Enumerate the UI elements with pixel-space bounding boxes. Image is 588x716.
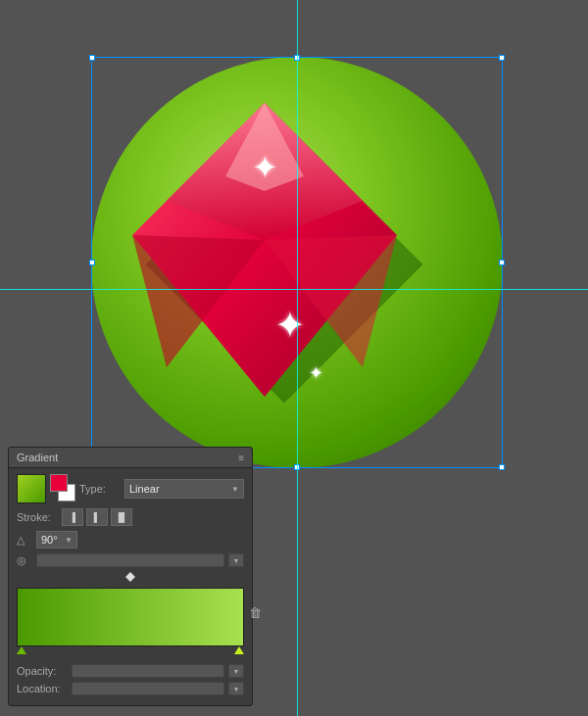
vertical-guide	[297, 0, 298, 716]
gradient-track[interactable]	[17, 588, 244, 646]
opacity-slider[interactable]	[72, 664, 224, 678]
opacity-dropdown[interactable]: ▼	[228, 664, 244, 678]
handle-ml[interactable]	[89, 260, 95, 265]
circle-row: ◎ ▼	[17, 553, 244, 567]
angle-dropdown-arrow: ▼	[65, 536, 73, 545]
stop-left[interactable]	[17, 646, 26, 654]
circle-icon: ◎	[17, 554, 32, 567]
gradient-bar-container: 🗑	[17, 588, 244, 658]
angle-row: △ 90° ▼	[17, 531, 244, 549]
stroke-icons: ▐ ▌ █	[62, 508, 132, 526]
type-row: Type: Linear ▼	[17, 474, 244, 503]
stroke-swatches	[50, 474, 75, 501]
location-slider[interactable]	[72, 682, 224, 695]
midpoint-dropdown[interactable]: ▼	[228, 553, 244, 567]
gradient-bar-wrapper: 🗑	[17, 588, 244, 646]
panel-titlebar: Gradient ≡	[9, 448, 252, 468]
fg-swatch[interactable]	[50, 474, 68, 492]
opacity-label: Opacity:	[17, 665, 68, 677]
handle-tr[interactable]	[499, 55, 505, 61]
handle-br[interactable]	[499, 464, 505, 470]
center-marker-row	[17, 572, 244, 582]
stroke-row: Stroke: ▐ ▌ █	[17, 508, 244, 526]
type-dropdown[interactable]: Linear ▼	[124, 479, 244, 499]
angle-icon: △	[17, 534, 32, 547]
location-row: Location: ▼	[17, 682, 244, 695]
opacity-row: Opacity: ▼	[17, 664, 244, 678]
gradient-swatch[interactable]	[17, 474, 46, 503]
delete-stop-icon[interactable]: 🗑	[249, 605, 262, 620]
stroke-icon-2[interactable]: ▌	[86, 508, 108, 526]
type-label: Type:	[79, 483, 121, 495]
stroke-icon-3[interactable]: █	[111, 508, 132, 526]
swatch-area	[17, 474, 75, 503]
handle-tl[interactable]	[89, 55, 95, 61]
panel-menu-icon[interactable]: ≡	[238, 453, 244, 463]
panel-title-left: Gradient	[17, 452, 58, 463]
canvas-area: ✦ ✦ ✦ Gradient ≡	[0, 0, 588, 716]
location-label: Location:	[17, 683, 68, 694]
type-dropdown-arrow: ▼	[231, 485, 239, 494]
location-dropdown[interactable]: ▼	[228, 682, 244, 695]
angle-input[interactable]: 90° ▼	[36, 531, 77, 549]
horizontal-guide	[0, 289, 588, 290]
midpoint-slider[interactable]	[36, 553, 224, 567]
stroke-label: Stroke:	[17, 511, 58, 523]
stop-handles-area	[17, 646, 244, 658]
type-value: Linear	[129, 483, 160, 495]
stroke-icon-1[interactable]: ▐	[62, 508, 83, 526]
panel-title-text: Gradient	[17, 452, 58, 463]
panel-body: Type: Linear ▼ Stroke: ▐ ▌ █ △ 90°	[9, 468, 252, 705]
stop-right[interactable]	[234, 646, 244, 654]
gradient-panel: Gradient ≡ Type: Linear ▼	[8, 447, 253, 706]
handle-mr[interactable]	[499, 260, 505, 265]
gradient-midpoint-marker[interactable]	[125, 572, 135, 582]
angle-value: 90°	[41, 534, 58, 546]
